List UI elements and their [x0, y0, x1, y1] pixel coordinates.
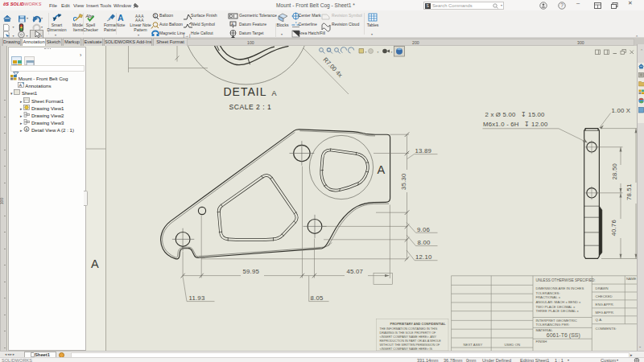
svg-text:COMMENTS:: COMMENTS: — [596, 327, 617, 331]
svg-text:FINISH: FINISH — [535, 339, 547, 343]
svg-text:M6x1.0 - 6H: M6x1.0 - 6H — [483, 121, 519, 128]
svg-text:TWO PLACE DECIMAL ±: TWO PLACE DECIMAL ± — [535, 305, 576, 309]
svg-text:↧ 12.00: ↧ 12.00 — [524, 121, 548, 128]
svg-text:1.00 X: 1.00 X — [612, 107, 631, 114]
svg-text:↧ 15.00: ↧ 15.00 — [521, 111, 545, 118]
svg-text:FRACTIONAL ±: FRACTIONAL ± — [535, 295, 560, 299]
svg-text:35.30: 35.30 — [400, 173, 407, 190]
svg-text:ENG APPR.: ENG APPR. — [596, 302, 614, 306]
svg-text:THREE PLACE DECIMAL ±: THREE PLACE DECIMAL ± — [535, 309, 579, 313]
svg-text:NAME: NAME — [626, 277, 637, 281]
svg-text:▾: ▾ — [391, 51, 393, 54]
svg-text:UNLESS OTHERWISE SPECIFIED:: UNLESS OTHERWISE SPECIFIED: — [535, 278, 595, 282]
svg-text:REPRODUCTION IN PART OR AS A W: REPRODUCTION IN PART OR AS A WHOLE — [380, 339, 442, 343]
svg-text:CHECKED: CHECKED — [596, 294, 613, 298]
svg-text:DETAIL: DETAIL — [224, 85, 267, 98]
svg-text:Q.A.: Q.A. — [596, 318, 603, 322]
svg-text:NEXT ASSY: NEXT ASSY — [464, 343, 483, 347]
svg-text:INTERPRET GEOMETRIC: INTERPRET GEOMETRIC — [535, 319, 577, 323]
svg-text:28.50: 28.50 — [611, 163, 618, 180]
svg-text:?: ? — [560, 2, 564, 8]
svg-text:12.10: 12.10 — [415, 253, 432, 261]
svg-text:A: A — [118, 13, 124, 22]
svg-text:40.76: 40.76 — [611, 220, 618, 237]
svg-text:A: A — [26, 128, 28, 132]
svg-text:8.05: 8.05 — [311, 294, 324, 302]
svg-text:ANGULAR: MACH ± BEND ±: ANGULAR: MACH ± BEND ± — [535, 300, 581, 304]
svg-text:A: A — [19, 83, 23, 88]
svg-text:A: A — [272, 89, 277, 97]
svg-text:WITHOUT THE WRITTEN PERMISSION: WITHOUT THE WRITTEN PERMISSION OF — [380, 343, 441, 347]
svg-text:DIMENSIONS ARE IN INCHES: DIMENSIONS ARE IN INCHES — [535, 286, 584, 290]
svg-text:AAA: AAA — [135, 19, 144, 23]
svg-text:11.93: 11.93 — [189, 294, 205, 302]
svg-text:59.95: 59.95 — [243, 268, 260, 275]
svg-text:MFG APPR.: MFG APPR. — [596, 311, 614, 315]
svg-text:USED ON: USED ON — [505, 343, 521, 347]
svg-text:PROPRIETARY AND CONFIDENTIAL: PROPRIETARY AND CONFIDENTIAL — [390, 322, 446, 326]
svg-text:13.89: 13.89 — [415, 147, 432, 154]
svg-text:8.00: 8.00 — [418, 239, 431, 246]
svg-text:9.06: 9.06 — [417, 226, 430, 233]
svg-text:<INSERT COMPANY NAME HERE>. A: <INSERT COMPANY NAME HERE>. ANY — [380, 335, 437, 339]
svg-text:2 x Ø 5.00: 2 x Ø 5.00 — [485, 111, 516, 118]
svg-text:45.07: 45.07 — [347, 268, 364, 275]
svg-text:▾: ▾ — [378, 51, 379, 54]
svg-text:78.51: 78.51 — [626, 184, 634, 201]
svg-text:▾: ▾ — [365, 51, 367, 54]
svg-text:SCALE 2 : 1: SCALE 2 : 1 — [229, 103, 272, 111]
svg-text:6061-T6 (SS): 6061-T6 (SS) — [547, 332, 580, 339]
svg-text:DRAWING IS THE SOLE PROPERTY O: DRAWING IS THE SOLE PROPERTY OF — [380, 331, 437, 335]
svg-text:TOLERANCES:: TOLERANCES: — [535, 291, 559, 295]
svg-text:A: A — [378, 163, 386, 176]
svg-text:<INSERT COMPANY NAME HERE> IS: <INSERT COMPANY NAME HERE> IS — [380, 348, 433, 351]
svg-text:THE INFORMATION CONTAINED IN T: THE INFORMATION CONTAINED IN THIS — [380, 327, 438, 331]
svg-text:TOLERANCING PER:: TOLERANCING PER: — [535, 323, 569, 327]
svg-text:DRAWN: DRAWN — [596, 286, 609, 290]
svg-text:A: A — [91, 257, 99, 270]
